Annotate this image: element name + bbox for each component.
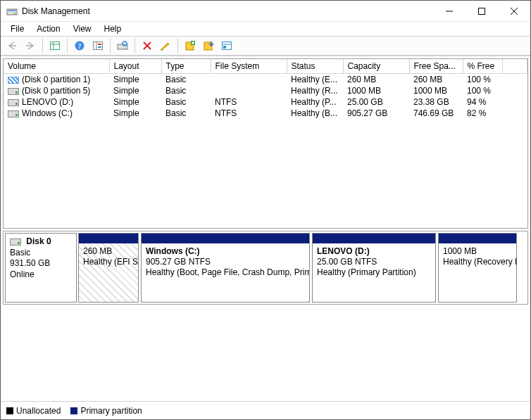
cell-layout: Simple: [109, 96, 161, 108]
volume-icon: [8, 110, 19, 117]
detach-vhd-button[interactable]: [218, 37, 235, 54]
delete-button[interactable]: [139, 37, 156, 54]
partition-cap: [439, 234, 516, 243]
volume-table[interactable]: Volume Layout Type File System Status Ca…: [4, 59, 527, 119]
disk-header[interactable]: Disk 0 Basic 931.50 GB Online: [5, 233, 77, 303]
close-button[interactable]: [498, 1, 530, 22]
cell-fs: [211, 85, 287, 96]
volume-icon: [8, 77, 19, 84]
cell-pct: 82 %: [463, 108, 502, 119]
cell-status: Healthy (P...: [287, 96, 343, 108]
svg-rect-14: [98, 44, 101, 45]
disk-row: Disk 0 Basic 931.50 GB Online 260 MBHeal…: [3, 231, 528, 305]
help-button[interactable]: ?: [71, 37, 88, 54]
partition-status: Healthy (Recovery P: [443, 257, 512, 267]
menu-bar: File Action View Help: [1, 22, 530, 36]
partition-body: Windows (C:)905.27 GB NTFSHealthy (Boot,…: [142, 243, 309, 302]
settings-button[interactable]: [89, 37, 106, 54]
create-vhd-button[interactable]: [182, 37, 199, 54]
svg-rect-1: [8, 10, 16, 11]
cell-free: 1000 MB: [409, 85, 463, 96]
volume-icon: [8, 88, 19, 95]
table-header-row: Volume Layout Type File System Status Ca…: [4, 59, 527, 74]
partition-status: Healthy (EFI Sys: [83, 257, 134, 267]
partition-cap: [79, 234, 138, 243]
cell-status: Healthy (R...: [287, 85, 343, 96]
forward-button[interactable]: [22, 37, 39, 54]
partition-strip: 260 MBHealthy (EFI SysWindows (C:)905.27…: [78, 231, 527, 304]
menu-help[interactable]: Help: [99, 23, 127, 35]
col-type[interactable]: Type: [161, 59, 211, 74]
partition-body: 1000 MBHealthy (Recovery P: [439, 243, 516, 302]
partition-body: 260 MBHealthy (EFI Sys: [79, 243, 138, 302]
table-row[interactable]: (Disk 0 partition 1)SimpleBasicHealthy (…: [4, 74, 527, 86]
title-bar: Disk Management: [1, 1, 530, 22]
partition[interactable]: Windows (C:)905.27 GB NTFSHealthy (Boot,…: [141, 233, 310, 303]
table-row[interactable]: LENOVO (D:)SimpleBasicNTFSHealthy (P...2…: [4, 96, 527, 108]
show-hide-console-tree-button[interactable]: [46, 37, 63, 54]
partition-size: 1000 MB: [443, 246, 512, 257]
disk-name: Disk 0: [26, 236, 51, 246]
col-capacity[interactable]: Capacity: [343, 59, 409, 74]
partition[interactable]: 260 MBHealthy (EFI Sys: [78, 233, 139, 303]
svg-rect-15: [98, 46, 101, 48]
back-button[interactable]: [4, 37, 20, 54]
cell-pct: 100 %: [463, 74, 502, 86]
maximize-button[interactable]: [466, 1, 498, 22]
cell-volume: LENOVO (D:): [22, 97, 73, 107]
col-status[interactable]: Status: [287, 59, 343, 74]
partition-title: Windows (C:): [146, 246, 305, 257]
cell-pct: 94 %: [463, 96, 502, 108]
legend-primary: Primary partition: [70, 406, 142, 416]
disk-icon: [10, 238, 21, 246]
volume-list-pane: Volume Layout Type File System Status Ca…: [3, 58, 528, 229]
svg-rect-4: [479, 8, 485, 14]
cell-type: Basic: [161, 108, 211, 119]
col-spare[interactable]: [502, 59, 527, 74]
table-row[interactable]: (Disk 0 partition 5)SimpleBasicHealthy (…: [4, 85, 527, 96]
col-pct[interactable]: % Free: [463, 59, 502, 74]
workspace: Volume Layout Type File System Status Ca…: [1, 56, 530, 419]
partition-cap: [313, 234, 435, 243]
partition-status: Healthy (Primary Partition): [317, 267, 431, 278]
col-layout[interactable]: Layout: [109, 59, 161, 74]
cell-volume: (Disk 0 partition 1): [22, 75, 90, 84]
col-fs[interactable]: File System: [211, 59, 287, 74]
minimize-button[interactable]: [433, 1, 466, 22]
cell-fs: NTFS: [211, 108, 287, 119]
disk-type: Basic: [10, 248, 30, 257]
legend: Unallocated Primary partition: [1, 401, 530, 419]
cell-capacity: 905.27 GB: [343, 108, 409, 119]
cell-fs: NTFS: [211, 96, 287, 108]
partition-body: LENOVO (D:)25.00 GB NTFSHealthy (Primary…: [313, 243, 435, 302]
menu-view[interactable]: View: [68, 23, 97, 35]
svg-point-2: [14, 13, 15, 14]
cell-layout: Simple: [109, 74, 161, 86]
partition[interactable]: LENOVO (D:)25.00 GB NTFSHealthy (Primary…: [312, 233, 436, 303]
cell-fs: [211, 74, 287, 86]
cell-status: Healthy (B...: [287, 108, 343, 119]
attach-vhd-button[interactable]: [200, 37, 217, 54]
col-free[interactable]: Free Spa...: [409, 59, 463, 74]
menu-action[interactable]: Action: [31, 23, 65, 35]
disk-map-pane: Disk 0 Basic 931.50 GB Online 260 MBHeal…: [3, 231, 528, 399]
cell-free: 746.69 GB: [409, 108, 463, 119]
cell-capacity: 260 MB: [343, 74, 409, 86]
cell-free: 23.38 GB: [409, 96, 463, 108]
properties-button[interactable]: [157, 37, 174, 54]
table-row[interactable]: Windows (C:)SimpleBasicNTFSHealthy (B...…: [4, 108, 527, 119]
window-title: Disk Management: [22, 6, 90, 16]
col-volume[interactable]: Volume: [4, 59, 109, 74]
cell-free: 260 MB: [409, 74, 463, 86]
disk-size: 931.50 GB: [10, 258, 50, 268]
swatch-unallocated-icon: [6, 407, 13, 414]
refresh-button[interactable]: [114, 37, 131, 54]
partition-cap: [142, 234, 309, 243]
menu-file[interactable]: File: [5, 23, 30, 35]
cell-layout: Simple: [109, 108, 161, 119]
app-icon: [6, 6, 18, 17]
partition[interactable]: 1000 MBHealthy (Recovery P: [438, 233, 517, 303]
cell-layout: Simple: [109, 85, 161, 96]
partition-size: 905.27 GB NTFS: [146, 257, 305, 267]
partition-status: Healthy (Boot, Page File, Crash Dump, Pr…: [146, 267, 305, 278]
